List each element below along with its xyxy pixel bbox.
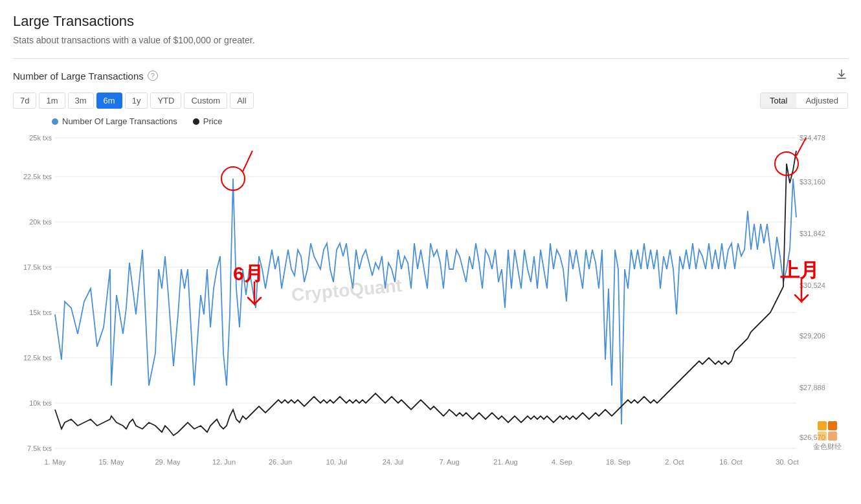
logo-sq-1 bbox=[818, 421, 827, 430]
chart-area: 25k txs 22.5k txs 20k txs 17.5k txs 15k … bbox=[13, 131, 848, 481]
btn-all[interactable]: All bbox=[230, 93, 253, 109]
section-header: Number of Large Transactions ? bbox=[13, 58, 848, 83]
svg-text:12. Jun: 12. Jun bbox=[212, 458, 236, 466]
btn-7d[interactable]: 7d bbox=[13, 93, 36, 109]
svg-text:15k txs: 15k txs bbox=[29, 309, 52, 316]
svg-text:10k txs: 10k txs bbox=[29, 399, 52, 407]
svg-text:21. Aug: 21. Aug bbox=[493, 458, 517, 466]
btn-1y[interactable]: 1y bbox=[125, 93, 148, 109]
btn-3m[interactable]: 3m bbox=[68, 93, 94, 109]
logo-sq-3 bbox=[818, 432, 827, 441]
legend-item-transactions: Number Of Large Transactions bbox=[52, 116, 177, 126]
page-subtitle: Stats about transactions with a value of… bbox=[13, 35, 848, 45]
svg-text:$29,206: $29,206 bbox=[800, 332, 825, 340]
legend: Number Of Large Transactions Price bbox=[13, 116, 848, 126]
svg-text:24. Jul: 24. Jul bbox=[383, 458, 403, 466]
svg-text:25k txs: 25k txs bbox=[29, 134, 52, 142]
svg-text:$30,524: $30,524 bbox=[800, 281, 825, 289]
legend-item-price: Price bbox=[193, 116, 223, 126]
controls-row: 7d 1m 3m 6m 1y YTD Custom All Total Adju… bbox=[13, 93, 848, 109]
btn-custom[interactable]: Custom bbox=[184, 93, 227, 109]
chart-svg: 25k txs 22.5k txs 20k txs 17.5k txs 15k … bbox=[13, 131, 848, 481]
logo-sq-2 bbox=[828, 421, 837, 430]
btn-adjusted[interactable]: Adjusted bbox=[796, 93, 847, 108]
svg-text:15. May: 15. May bbox=[98, 458, 124, 466]
svg-text:30. Oct: 30. Oct bbox=[776, 458, 798, 466]
legend-dot-price bbox=[193, 118, 199, 125]
view-toggle: Total Adjusted bbox=[760, 93, 848, 109]
svg-text:16. Oct: 16. Oct bbox=[719, 458, 742, 466]
svg-text:1. May: 1. May bbox=[44, 458, 66, 466]
svg-text:$33,160: $33,160 bbox=[800, 178, 825, 186]
logo-area: 金色财经 bbox=[813, 421, 842, 452]
svg-text:22.5k txs: 22.5k txs bbox=[23, 173, 52, 181]
download-icon[interactable] bbox=[835, 68, 848, 83]
svg-text:18. Sep: 18. Sep bbox=[606, 458, 631, 466]
svg-text:$34,478: $34,478 bbox=[800, 134, 825, 142]
svg-text:4. Sep: 4. Sep bbox=[552, 458, 572, 466]
logo-sq-4 bbox=[828, 432, 837, 441]
svg-text:26. Jun: 26. Jun bbox=[269, 458, 292, 466]
svg-text:20k txs: 20k txs bbox=[29, 218, 52, 226]
price-line bbox=[55, 151, 796, 435]
logo-text: 金色财经 bbox=[813, 442, 842, 452]
page-title: Large Transactions bbox=[13, 13, 848, 30]
svg-text:$31,842: $31,842 bbox=[800, 230, 825, 237]
svg-text:$27,888: $27,888 bbox=[800, 384, 825, 391]
legend-label-transactions: Number Of Large Transactions bbox=[62, 116, 177, 126]
btn-1m[interactable]: 1m bbox=[39, 93, 65, 109]
transactions-line bbox=[55, 179, 796, 424]
annotation-arrow-jun bbox=[243, 151, 252, 171]
btn-total[interactable]: Total bbox=[761, 93, 796, 108]
svg-text:7. Aug: 7. Aug bbox=[439, 458, 459, 466]
svg-text:17.5k txs: 17.5k txs bbox=[23, 263, 52, 271]
section-title-text: Number of Large Transactions bbox=[13, 71, 144, 82]
info-icon[interactable]: ? bbox=[148, 71, 158, 81]
legend-dot-transactions bbox=[52, 118, 58, 125]
svg-text:12.5k txs: 12.5k txs bbox=[23, 354, 52, 362]
svg-text:7.5k txs: 7.5k txs bbox=[27, 444, 52, 452]
legend-label-price: Price bbox=[203, 116, 223, 126]
svg-text:10. Jul: 10. Jul bbox=[326, 458, 347, 466]
time-buttons: 7d 1m 3m 6m 1y YTD Custom All bbox=[13, 93, 254, 109]
btn-ytd[interactable]: YTD bbox=[150, 93, 181, 109]
svg-text:2. Oct: 2. Oct bbox=[665, 458, 684, 466]
section-title: Number of Large Transactions ? bbox=[13, 71, 158, 82]
btn-6m[interactable]: 6m bbox=[96, 93, 122, 109]
svg-text:29. May: 29. May bbox=[155, 458, 181, 466]
